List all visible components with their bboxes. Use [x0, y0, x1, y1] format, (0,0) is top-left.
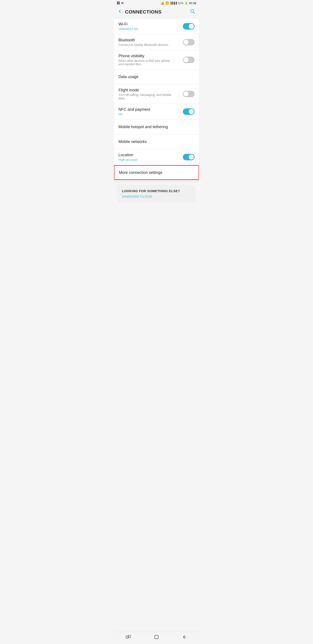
header: CONNECTIONS — [114, 6, 199, 18]
battery-icon: 🔋 — [185, 2, 188, 5]
setting-item-flight-mode[interactable]: Flight modeTurn off calling, messaging, … — [114, 84, 199, 104]
setting-title-mobile-networks: Mobile networks — [118, 140, 195, 144]
setting-item-nfc[interactable]: NFC and paymentOn — [114, 104, 199, 120]
time: 07:32 — [189, 2, 196, 5]
setting-item-more-connection[interactable]: More connection settings — [114, 165, 199, 180]
wifi-icon: 📶 — [165, 2, 169, 5]
toggle-track-bluetooth — [183, 39, 195, 46]
setting-title-wifi: Wi-Fi — [118, 22, 176, 26]
toggle-nfc[interactable] — [183, 108, 195, 115]
setting-item-hotspot[interactable]: Mobile hotspot and tethering — [114, 120, 199, 134]
toggle-thumb-nfc — [189, 109, 194, 114]
setting-title-flight-mode: Flight mode — [118, 88, 176, 92]
setting-title-data-usage: Data usage — [118, 75, 195, 79]
setting-content-more-connection: More connection settings — [119, 170, 194, 175]
battery-percent: 51% — [178, 2, 183, 5]
setting-divider-nfc — [179, 107, 179, 116]
signal-icon: ▐▐▐▐ — [170, 2, 177, 4]
setting-title-phone-visibility: Phone visibility — [118, 54, 176, 58]
back-button[interactable] — [116, 8, 123, 16]
toggle-thumb-location — [189, 154, 194, 160]
setting-item-wifi[interactable]: Wi-FiVM434512-5G — [114, 18, 199, 34]
promo-title: LOOKING FOR SOMETHING ELSE? — [122, 189, 191, 193]
toggle-track-nfc — [183, 108, 195, 115]
email-icon: ✉ — [121, 1, 124, 5]
setting-item-mobile-networks[interactable]: Mobile networks — [114, 134, 199, 149]
toggle-thumb-phone-visibility — [183, 57, 189, 62]
settings-list: Wi-FiVM434512-5GBluetoothConnect to near… — [114, 18, 199, 180]
setting-divider-bluetooth — [179, 38, 179, 46]
setting-title-more-connection: More connection settings — [119, 170, 194, 175]
toggle-thumb-bluetooth — [183, 40, 189, 45]
status-bar: 🖼 ✉ 🔔 📶 ▐▐▐▐ 51% 🔋 07:32 — [114, 0, 199, 6]
toggle-track-location — [183, 154, 195, 160]
setting-item-location[interactable]: LocationHigh accuracy — [114, 149, 199, 165]
toggle-track-wifi — [183, 23, 195, 30]
svg-line-1 — [193, 12, 195, 14]
setting-item-data-usage[interactable]: Data usage — [114, 70, 199, 84]
toggle-wifi[interactable] — [183, 23, 195, 30]
setting-content-phone-visibility: Phone visibilityAllow other devices to f… — [118, 54, 176, 66]
setting-divider-location — [179, 153, 179, 162]
setting-subtitle-nfc: On — [118, 112, 176, 116]
image-icon: 🖼 — [117, 1, 120, 5]
toggle-flight-mode[interactable] — [183, 91, 195, 97]
page-title: CONNECTIONS — [125, 9, 162, 15]
setting-subtitle-bluetooth: Connect to nearby Bluetooth devices. — [118, 43, 176, 46]
setting-title-nfc: NFC and payment — [118, 107, 176, 112]
setting-subtitle-phone-visibility: Allow other devices to find your phone a… — [118, 59, 176, 66]
header-left: CONNECTIONS — [116, 8, 162, 16]
mute-icon: 🔔 — [161, 2, 164, 5]
setting-content-flight-mode: Flight modeTurn off calling, messaging, … — [118, 88, 176, 100]
toggle-track-flight-mode — [183, 91, 195, 97]
setting-content-location: LocationHigh accuracy — [118, 153, 176, 162]
setting-item-bluetooth[interactable]: BluetoothConnect to nearby Bluetooth dev… — [114, 34, 199, 50]
toggle-thumb-wifi — [189, 24, 194, 29]
status-bar-right: 🔔 📶 ▐▐▐▐ 51% 🔋 07:32 — [161, 2, 196, 5]
toggle-track-phone-visibility — [183, 56, 195, 63]
bottom-spacer — [114, 205, 199, 218]
setting-content-data-usage: Data usage — [118, 75, 195, 79]
setting-content-hotspot: Mobile hotspot and tethering — [118, 125, 195, 129]
setting-subtitle-location: High accuracy — [118, 158, 176, 162]
setting-title-hotspot: Mobile hotspot and tethering — [118, 125, 195, 129]
promo-card: LOOKING FOR SOMETHING ELSE? SAMSUNG CLOU… — [118, 185, 195, 202]
setting-title-bluetooth: Bluetooth — [118, 38, 176, 42]
toggle-bluetooth[interactable] — [183, 39, 195, 46]
setting-content-wifi: Wi-FiVM434512-5G — [118, 22, 176, 31]
setting-subtitle-wifi: VM434512-5G — [118, 27, 176, 31]
section-gap — [114, 180, 199, 182]
setting-item-phone-visibility[interactable]: Phone visibilityAllow other devices to f… — [114, 50, 199, 70]
setting-divider-flight-mode — [179, 90, 179, 98]
setting-content-bluetooth: BluetoothConnect to nearby Bluetooth dev… — [118, 38, 176, 46]
setting-content-mobile-networks: Mobile networks — [118, 140, 195, 144]
search-button[interactable] — [190, 8, 195, 16]
setting-divider-wifi — [179, 22, 179, 31]
setting-subtitle-flight-mode: Turn off calling, messaging, and Mobile … — [118, 93, 176, 100]
toggle-location[interactable] — [183, 154, 195, 160]
setting-title-location: Location — [118, 153, 176, 157]
status-bar-left: 🖼 ✉ — [117, 1, 124, 5]
toggle-phone-visibility[interactable] — [183, 56, 195, 63]
setting-divider-phone-visibility — [179, 56, 179, 64]
setting-content-nfc: NFC and paymentOn — [118, 107, 176, 116]
toggle-thumb-flight-mode — [183, 92, 189, 96]
promo-link[interactable]: SAMSUNG CLOUD — [122, 194, 191, 198]
